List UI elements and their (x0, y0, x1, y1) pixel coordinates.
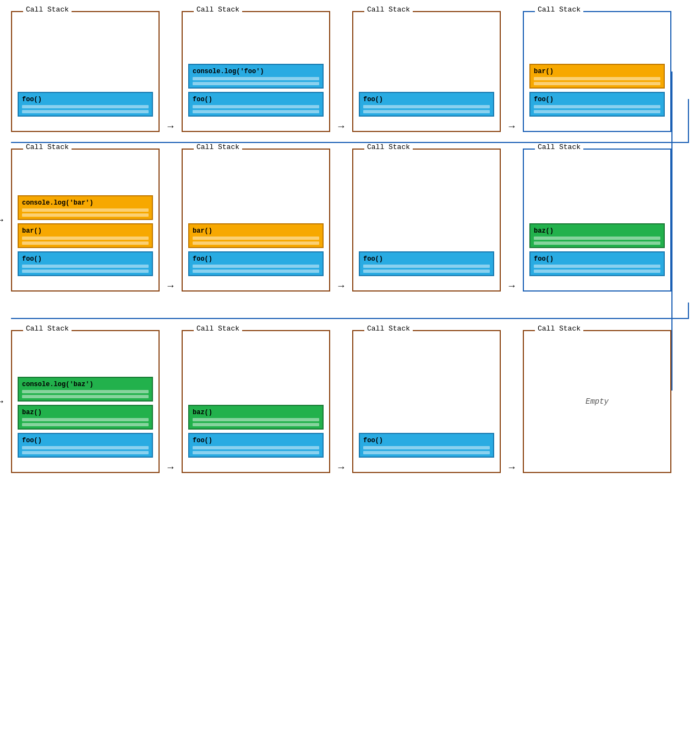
frame-foo-4: foo() (529, 92, 665, 117)
arrow-7: → (160, 462, 182, 473)
frame-foo-11: foo() (359, 433, 494, 458)
arrow-4: → (160, 281, 182, 292)
call-stack-label: Call Stack (23, 143, 72, 151)
frame-foo-3: foo() (359, 92, 494, 117)
call-stack-label: Call Stack (194, 325, 242, 333)
call-stack-3-4: Call Stack Empty (523, 330, 671, 473)
empty-label: Empty (586, 397, 609, 406)
call-stack-1-3: Call Stack foo() (352, 11, 501, 132)
frame-foo-6: foo() (188, 251, 324, 276)
call-stack-label: Call Stack (535, 143, 583, 151)
arrow-8: → (330, 462, 352, 473)
call-stack-label: Call Stack (23, 6, 72, 14)
call-stack-label: Call Stack (364, 143, 413, 151)
arrow-5: → (330, 281, 352, 292)
frame-baz-3: baz() (188, 405, 324, 430)
arrow-6: → (501, 281, 523, 292)
call-stack-2-3: Call Stack foo() (352, 149, 501, 292)
call-stack-3-2: Call Stack baz() foo() (182, 330, 330, 473)
call-stack-label: Call Stack (535, 325, 583, 333)
call-stack-3-3: Call Stack foo() (352, 330, 501, 473)
frame-foo-8: foo() (529, 251, 665, 276)
frame-consolelog-baz: console.log('baz') (18, 377, 153, 402)
frame-baz-1: baz() (529, 223, 665, 248)
call-stack-2-1: Call Stack console.log('bar') bar() foo(… (11, 149, 160, 292)
frame-foo-9: foo() (18, 433, 153, 458)
frame-foo-7: foo() (359, 251, 494, 276)
arrow-3: → (501, 121, 523, 132)
call-stack-label: Call Stack (194, 6, 242, 14)
call-stack-2-4: Call Stack baz() foo() (523, 149, 671, 292)
call-stack-label: Call Stack (364, 6, 413, 14)
frame-consolelog-foo: console.log('foo') (188, 64, 324, 89)
arrow-2: → (330, 121, 352, 132)
call-stack-label: Call Stack (364, 325, 413, 333)
main-container: Call Stack foo() → Call Stack (11, 11, 689, 473)
frame-foo-1: foo() (18, 92, 153, 117)
frame-foo-5: foo() (18, 251, 153, 276)
frame-bar-1: bar() (529, 64, 665, 89)
call-stack-label: Call Stack (535, 6, 583, 14)
frame-consolelog-bar: console.log('bar') (18, 195, 153, 220)
section-2: → Call Stack console.log('bar') bar() (11, 149, 689, 292)
frame-bar-2: bar() (18, 223, 153, 248)
call-stack-1-4: Call Stack bar() foo() (523, 11, 671, 132)
call-stack-1-2: Call Stack console.log('foo') foo() (182, 11, 330, 132)
arrow-1: → (160, 121, 182, 132)
frame-foo-10: foo() (188, 433, 324, 458)
call-stack-1-1: Call Stack foo() (11, 11, 160, 132)
section-1: Call Stack foo() → Call Stack (11, 11, 689, 132)
section-3: → Call Stack console.log('baz') baz() (11, 330, 689, 473)
call-stack-label: Call Stack (23, 325, 72, 333)
call-stack-2-2: Call Stack bar() foo() (182, 149, 330, 292)
arrow-9: → (501, 462, 523, 473)
frame-foo-2: foo() (188, 92, 324, 117)
frame-baz-2: baz() (18, 405, 153, 430)
call-stack-3-1: Call Stack console.log('baz') baz() foo(… (11, 330, 160, 473)
call-stack-label: Call Stack (194, 143, 242, 151)
frame-bar-3: bar() (188, 223, 324, 248)
